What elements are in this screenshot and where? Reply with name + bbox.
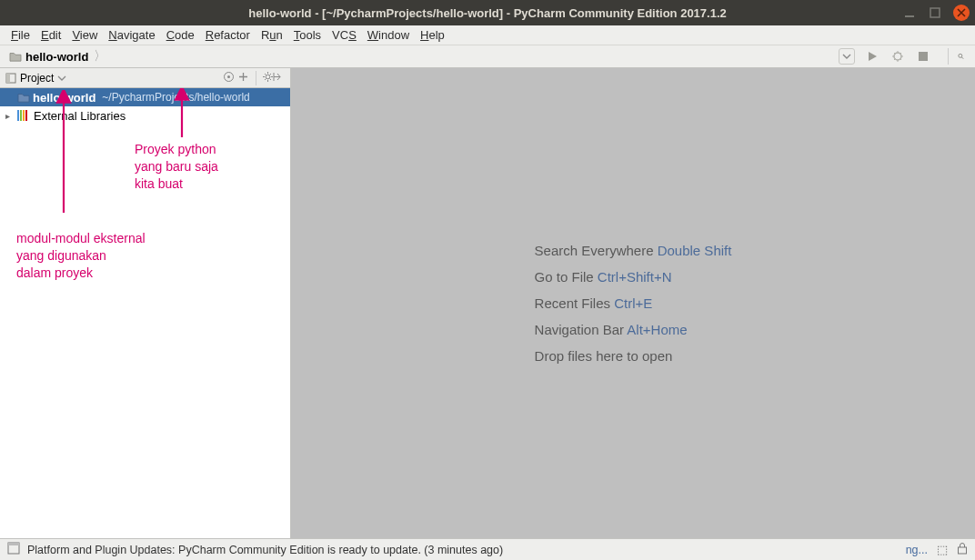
menu-code[interactable]: Code (161, 26, 200, 44)
folder-icon (9, 51, 22, 62)
maximize-icon[interactable] (928, 5, 942, 20)
window-titlebar: hello-world - [~/PycharmProjects/hello-w… (0, 0, 975, 25)
tree-root-row[interactable]: ▸ hello-world ~/PycharmProjects/hello-wo… (0, 88, 290, 106)
close-icon[interactable] (953, 5, 970, 21)
annotation-modules: modul-modul eksternal yang digunakan dal… (16, 230, 146, 282)
menu-tools[interactable]: Tools (288, 26, 327, 44)
breadcrumb-root[interactable]: hello-world 〉 (4, 46, 112, 66)
menu-navigate[interactable]: Navigate (103, 26, 160, 44)
svg-rect-1 (930, 8, 940, 17)
svg-rect-6 (6, 74, 10, 83)
svg-point-8 (227, 75, 230, 78)
minimize-icon[interactable] (902, 5, 917, 20)
svg-point-4 (959, 54, 962, 57)
tip-recent-files: Recent Files Ctrl+E (535, 295, 732, 311)
chevron-right-icon: 〉 (94, 48, 106, 65)
project-tab-icon (5, 73, 16, 84)
project-tab-label: Project (20, 72, 54, 85)
menu-file[interactable]: File (5, 26, 35, 44)
menu-view[interactable]: View (66, 26, 103, 44)
editor-tips: Search Everywhere Double Shift Go to Fil… (535, 232, 732, 375)
tree-external-label: External Libraries (34, 109, 126, 123)
annotation-arrow-icon (55, 90, 73, 217)
expand-triangle-icon[interactable]: ▸ (5, 111, 15, 121)
svg-rect-13 (8, 543, 19, 545)
settings-icon[interactable] (256, 71, 270, 85)
project-panel-header: Project (0, 68, 290, 88)
window-title: hello-world - [~/PycharmProjects/hello-w… (0, 6, 975, 20)
lock-icon[interactable] (957, 542, 968, 557)
editor-placeholder[interactable]: Search Everywhere Double Shift Go to Fil… (291, 68, 975, 538)
tip-navigation-bar: Navigation Bar Alt+Home (535, 322, 732, 337)
svg-rect-0 (905, 15, 914, 17)
svg-rect-14 (959, 547, 967, 554)
menu-run[interactable]: Run (256, 26, 288, 44)
tip-search-everywhere: Search Everywhere Double Shift (535, 243, 732, 258)
tip-goto-file: Go to File Ctrl+Shift+N (535, 269, 732, 285)
menu-edit[interactable]: Edit (35, 26, 66, 44)
project-tree: ▸ hello-world ~/PycharmProjects/hello-wo… (0, 88, 290, 538)
goto-line-icon[interactable]: ⬚ (937, 543, 948, 556)
menu-window[interactable]: Window (362, 26, 415, 44)
collapse-all-icon[interactable] (236, 71, 250, 85)
breadcrumb-label: hello-world (25, 50, 88, 64)
run-icon[interactable] (864, 48, 880, 65)
status-right-text[interactable]: ng... (906, 544, 928, 556)
navigation-bar: hello-world 〉 (0, 45, 975, 68)
project-tab[interactable]: Project (5, 72, 66, 85)
scroll-from-source-icon[interactable] (221, 71, 236, 85)
project-tool-window: Project ▸ hello-world ~/PycharmProj (0, 68, 291, 538)
annotation-project: Proyek python yang baru saja kita buat (135, 141, 218, 193)
menu-help[interactable]: Help (415, 26, 450, 44)
chevron-down-icon (57, 74, 66, 83)
tip-drop-files: Drop files here to open (535, 348, 732, 364)
folder-icon (17, 92, 30, 103)
stop-icon[interactable] (915, 48, 931, 65)
status-toolwindow-icon[interactable] (7, 542, 20, 557)
tree-external-libs-row[interactable]: ▸ External Libraries (0, 106, 290, 125)
libraries-icon (17, 110, 27, 121)
menu-vcs[interactable]: VCS (327, 26, 362, 44)
debug-icon[interactable] (890, 48, 906, 65)
run-config-dropdown[interactable] (839, 48, 855, 65)
annotation-arrow-icon (173, 88, 191, 141)
menu-bar: File Edit View Navigate Code Refactor Ru… (0, 25, 975, 45)
hide-icon[interactable] (270, 71, 285, 85)
search-icon[interactable] (948, 48, 964, 65)
status-bar: Platform and Plugin Updates: PyCharm Com… (0, 538, 975, 560)
menu-refactor[interactable]: Refactor (200, 26, 256, 44)
svg-rect-3 (919, 52, 928, 61)
status-message: Platform and Plugin Updates: PyCharm Com… (27, 544, 503, 556)
